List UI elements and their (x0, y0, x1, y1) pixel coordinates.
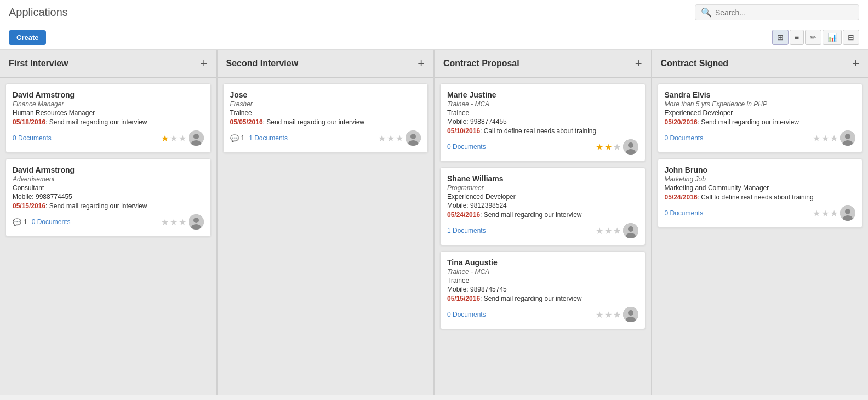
card-activity-text: : Call to define real needs about traini… (480, 127, 596, 135)
star-empty[interactable]: ★ (387, 133, 395, 144)
card-footer-left: 💬10 Documents (13, 218, 70, 226)
star-empty[interactable]: ★ (813, 133, 820, 144)
column-header-contract-signed: Contract Signed+ (652, 50, 869, 78)
card-comment: 💬1 (230, 134, 245, 142)
card-stars[interactable]: ★★★ (596, 226, 621, 236)
edit-view-button[interactable]: ✏ (805, 30, 821, 45)
card-stars[interactable]: ★★★ (161, 217, 186, 227)
card-role: Trainee (447, 277, 638, 284)
create-button[interactable]: Create (9, 30, 46, 45)
card-activity-line: 05/24/2016: Call to define real needs ab… (665, 193, 856, 201)
column-add-button-contract-proposal[interactable]: + (635, 56, 642, 71)
card-date: 05/15/2016 (13, 202, 45, 210)
table-row[interactable]: Sandra ElvisMore than 5 yrs Experience i… (658, 83, 863, 153)
comment-icon: 💬 (13, 218, 21, 226)
card-footer: 💬11 Documents★★★ (230, 130, 421, 146)
table-row[interactable]: David ArmstrongFinance ManagerHuman Reso… (5, 83, 211, 153)
card-activity-text: : Send mail regarding our interview (480, 295, 581, 302)
card-activity-text: : Call to define real needs about traini… (698, 193, 814, 201)
search-bar[interactable]: 🔍 (695, 4, 859, 20)
star-empty[interactable]: ★ (813, 208, 820, 219)
column-add-button-second-interview[interactable]: + (418, 56, 425, 71)
card-docs[interactable]: 0 Documents (447, 311, 486, 318)
table-row[interactable]: JoseFresherTrainee05/05/2016: Send mail … (223, 83, 429, 153)
card-date: 05/24/2016 (665, 193, 698, 201)
card-stars[interactable]: ★★★ (161, 133, 186, 144)
column-title-first-interview: First Interview (9, 59, 68, 68)
star-filled[interactable]: ★ (161, 133, 169, 144)
card-docs[interactable]: 0 Documents (447, 143, 486, 151)
star-empty[interactable]: ★ (170, 133, 178, 144)
card-mobile: Mobile: 9898745745 (447, 285, 638, 293)
table-row[interactable]: Tina AugustieTrainee - MCATraineeMobile:… (440, 251, 646, 329)
card-footer-right: ★★★ (378, 130, 421, 146)
svg-point-16 (628, 310, 633, 316)
card-role: Experienced Developer (447, 193, 638, 201)
card-stars[interactable]: ★★★ (378, 133, 403, 144)
star-empty[interactable]: ★ (830, 133, 838, 144)
table-row[interactable]: Shane WilliamsProgrammerExperienced Deve… (440, 167, 646, 245)
card-date: 05/18/2016 (13, 118, 45, 126)
card-footer-right: ★★★ (596, 307, 638, 322)
star-empty[interactable]: ★ (170, 217, 178, 227)
star-empty[interactable]: ★ (613, 226, 621, 236)
star-empty[interactable]: ★ (821, 133, 829, 144)
svg-point-7 (410, 134, 416, 139)
star-empty[interactable]: ★ (378, 133, 386, 144)
star-filled[interactable]: ★ (604, 142, 612, 152)
app-title: Applications (9, 6, 68, 19)
star-empty[interactable]: ★ (596, 226, 603, 236)
svg-point-13 (628, 226, 633, 232)
star-empty[interactable]: ★ (830, 208, 838, 219)
star-empty[interactable]: ★ (613, 142, 621, 152)
card-docs[interactable]: 0 Documents (665, 134, 704, 142)
list-view-button[interactable]: ≡ (790, 30, 804, 45)
card-stars[interactable]: ★★★ (813, 208, 838, 219)
card-docs[interactable]: 0 Documents (665, 209, 704, 217)
star-empty[interactable]: ★ (179, 217, 186, 227)
card-subtitle: Finance Manager (13, 100, 204, 108)
star-empty[interactable]: ★ (596, 310, 603, 320)
card-activity-line: 05/18/2016: Send mail regarding our inte… (13, 118, 204, 126)
card-date: 05/15/2016 (447, 295, 480, 302)
card-activity-line: 05/15/2016: Send mail regarding our inte… (13, 202, 204, 210)
star-empty[interactable]: ★ (613, 310, 621, 320)
card-stars[interactable]: ★★★ (596, 142, 621, 152)
star-empty[interactable]: ★ (604, 226, 612, 236)
card-stars[interactable]: ★★★ (596, 310, 621, 320)
card-footer: 💬10 Documents★★★ (13, 214, 204, 230)
star-empty[interactable]: ★ (161, 217, 169, 227)
card-docs[interactable]: 1 Documents (447, 227, 486, 235)
card-footer: 0 Documents★★★ (13, 130, 204, 146)
view-switcher: ⊞ ≡ ✏ 📊 ⊟ (772, 30, 859, 45)
table-row[interactable]: David ArmstrongAdvertisementConsultantMo… (5, 158, 211, 237)
star-empty[interactable]: ★ (604, 310, 612, 320)
card-subtitle: Programmer (447, 184, 638, 192)
search-input[interactable] (715, 8, 853, 17)
column-add-button-first-interview[interactable]: + (201, 56, 208, 71)
star-filled[interactable]: ★ (596, 142, 603, 152)
grid-view-button[interactable]: ⊟ (843, 30, 859, 45)
star-empty[interactable]: ★ (179, 133, 186, 144)
card-footer-left: 0 Documents (447, 143, 486, 151)
card-docs[interactable]: 0 Documents (32, 218, 71, 226)
card-footer-left: 0 Documents (665, 134, 704, 142)
card-stars[interactable]: ★★★ (813, 133, 838, 144)
card-subtitle: Trainee - MCA (447, 268, 638, 276)
column-add-button-contract-signed[interactable]: + (852, 56, 859, 71)
card-activity-text: : Send mail regarding our interview (698, 118, 799, 126)
card-name: Shane Williams (447, 174, 638, 183)
card-docs[interactable]: 0 Documents (13, 134, 52, 142)
kanban-icon: ⊞ (777, 33, 784, 42)
star-empty[interactable]: ★ (821, 208, 829, 219)
card-footer-right: ★★★ (596, 139, 638, 155)
card-name: Marie Justine (447, 90, 638, 99)
star-empty[interactable]: ★ (396, 133, 403, 144)
column-header-contract-proposal: Contract Proposal+ (435, 50, 651, 78)
table-row[interactable]: John BrunoMarketing JobMarketing and Com… (658, 158, 863, 228)
chart-view-button[interactable]: 📊 (823, 30, 842, 45)
card-docs[interactable]: 1 Documents (249, 134, 288, 142)
table-row[interactable]: Marie JustineTrainee - MCATraineeMobile:… (440, 83, 646, 162)
kanban-view-button[interactable]: ⊞ (772, 30, 789, 45)
column-title-contract-proposal: Contract Proposal (443, 59, 519, 68)
